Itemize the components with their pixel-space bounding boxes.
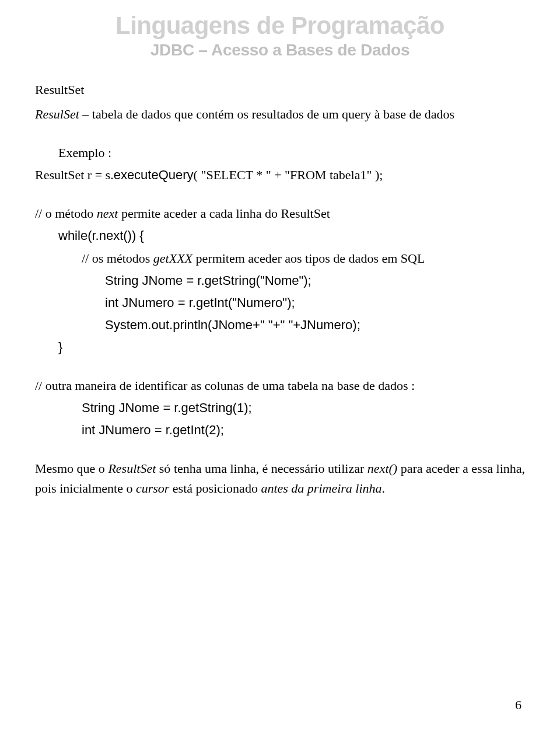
comment-getxxx: // os métodos getXXX permitem aceder aos…	[35, 249, 525, 268]
comment-next: // o método next permite aceder a cada l…	[35, 204, 525, 224]
code-while: while(r.next()) {	[35, 226, 525, 246]
fp-resultset: ResultSet	[108, 461, 156, 476]
code-close-brace: }	[35, 337, 525, 357]
comment-next-post: permite aceder a cada linha do ResultSet	[118, 206, 330, 221]
code-getstring-1: String JNome = r.getString(1);	[35, 398, 525, 418]
page-number: 6	[515, 697, 522, 713]
fp-next: next()	[368, 461, 397, 476]
code-println: System.out.println(JNome+" "+" "+JNumero…	[35, 315, 525, 335]
section-heading: ResultSet	[35, 80, 525, 100]
page: Linguagens de Programação JDBC – Acesso …	[0, 0, 560, 729]
fp-cursor: cursor	[136, 481, 169, 496]
comment-getxxx-method: getXXX	[153, 251, 192, 266]
fp-1c: só tenha uma linha, é necessário utiliza…	[156, 461, 368, 476]
example-label: Exemplo :	[35, 143, 525, 163]
comment-outra-maneira: // outra maneira de identificar as colun…	[35, 376, 525, 396]
page-header: Linguagens de Programação JDBC – Acesso …	[35, 12, 525, 60]
resultset-desc-text: – tabela de dados que contém os resultad…	[79, 107, 454, 121]
fp-antes: antes da primeira linha	[261, 481, 382, 496]
comment-next-pre: // o método	[35, 206, 97, 221]
final-paragraph: Mesmo que o ResultSet só tenha uma linha…	[35, 459, 525, 498]
fp-1a: Mesmo que o	[35, 461, 108, 476]
exec-method: executeQuery	[114, 168, 194, 182]
exec-args: ( "SELECT * " + "FROM tabela1" );	[194, 168, 383, 182]
header-subtitle: JDBC – Acesso a Bases de Dados	[35, 41, 525, 60]
header-title: Linguagens de Programação	[35, 12, 525, 40]
code-execute-query: ResultSet r = s.executeQuery( "SELECT * …	[35, 165, 525, 185]
comment-next-method: next	[97, 206, 118, 221]
code-getint-2: int JNumero = r.getInt(2);	[35, 420, 525, 440]
fp-1i: .	[382, 481, 386, 496]
fp-1g: está posicionado	[169, 481, 261, 496]
content-body: ResultSet ResulSet – tabela de dados que…	[35, 80, 525, 499]
comment-getxxx-pre: // os métodos	[82, 251, 153, 266]
comment-getxxx-post: permitem aceder aos tipos de dados em SQ…	[192, 251, 425, 266]
code-getint-numero: int JNumero = r.getInt("Numero");	[35, 293, 525, 313]
resultset-term: ResulSet	[35, 107, 79, 121]
exec-prefix: ResultSet r = s.	[35, 168, 114, 182]
code-getstring-nome: String JNome = r.getString("Nome");	[35, 271, 525, 291]
resultset-description: ResulSet – tabela de dados que contém os…	[35, 104, 525, 124]
